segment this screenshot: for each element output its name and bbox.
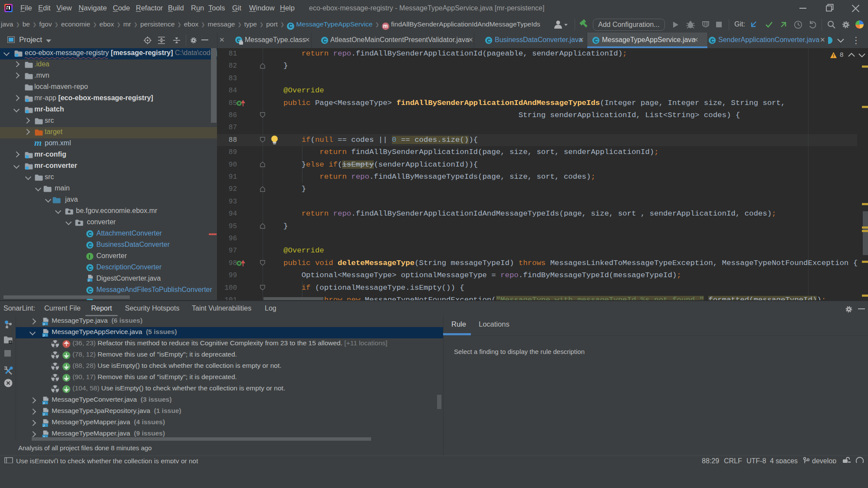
svg-text:C: C — [88, 288, 92, 294]
svg-text:C: C — [88, 231, 92, 237]
svg-text:C: C — [88, 242, 92, 249]
svg-text:I: I — [89, 254, 90, 260]
svg-text:C: C — [88, 265, 92, 271]
svg-text:C: C — [487, 38, 491, 44]
svg-text:C: C — [710, 38, 714, 44]
svg-text:C: C — [594, 38, 598, 44]
svg-text:C: C — [323, 38, 327, 44]
